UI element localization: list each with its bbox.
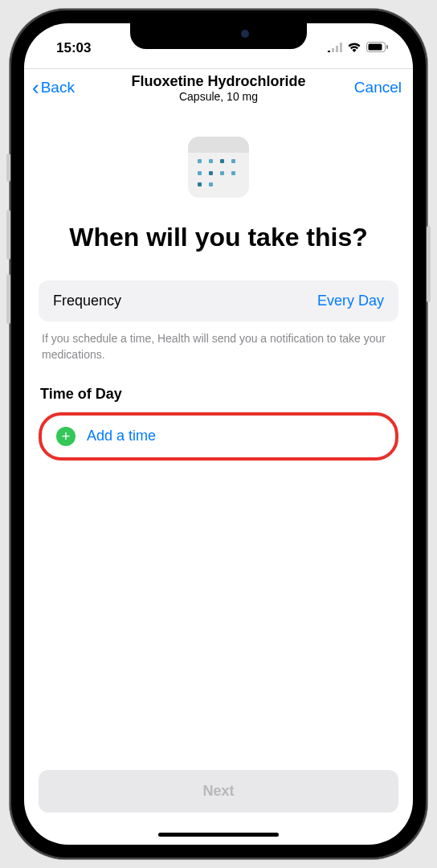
- phone-frame: 15:03 ‹ Back Fluoxetine Hydrochloride: [10, 9, 427, 859]
- back-button[interactable]: ‹ Back: [32, 77, 75, 98]
- navigation-bar: ‹ Back Fluoxetine Hydrochloride Capsule,…: [24, 69, 413, 104]
- info-text: If you schedule a time, Health will send…: [39, 331, 398, 362]
- add-time-label: Add a time: [87, 428, 156, 444]
- next-button[interactable]: Next: [39, 770, 398, 813]
- add-time-button[interactable]: + Add a time: [39, 412, 398, 461]
- calendar-icon: [188, 137, 249, 198]
- time-of-day-header: Time of Day: [39, 386, 398, 403]
- page-title: Fluoxetine Hydrochloride: [131, 73, 305, 90]
- volume-up-button: [6, 210, 10, 260]
- svg-rect-1: [369, 44, 382, 51]
- status-icons: [328, 40, 389, 56]
- status-time: 15:03: [56, 40, 91, 56]
- device-notch: [130, 23, 307, 49]
- home-indicator[interactable]: [158, 833, 279, 837]
- wifi-icon: [347, 40, 361, 56]
- page-subtitle: Capsule, 10 mg: [131, 90, 305, 103]
- battery-icon: [366, 40, 389, 56]
- nav-title: Fluoxetine Hydrochloride Capsule, 10 mg: [131, 73, 305, 103]
- screen: 15:03 ‹ Back Fluoxetine Hydrochloride: [24, 23, 413, 845]
- cellular-signal-icon: [328, 40, 342, 56]
- volume-down-button: [6, 274, 10, 324]
- power-button: [427, 226, 431, 302]
- mute-switch: [6, 154, 10, 182]
- plus-circle-icon: +: [56, 427, 76, 446]
- frequency-value: Every Day: [317, 293, 384, 309]
- frequency-label: Frequency: [53, 293, 121, 309]
- cancel-button[interactable]: Cancel: [354, 79, 402, 96]
- chevron-left-icon: ‹: [32, 77, 39, 98]
- back-label: Back: [41, 79, 75, 96]
- content-area: When will you take this? Frequency Every…: [24, 104, 413, 770]
- prompt-heading: When will you take this?: [39, 222, 398, 252]
- frequency-row[interactable]: Frequency Every Day: [39, 280, 398, 321]
- svg-rect-2: [386, 45, 388, 49]
- calendar-icon-wrap: [39, 137, 398, 198]
